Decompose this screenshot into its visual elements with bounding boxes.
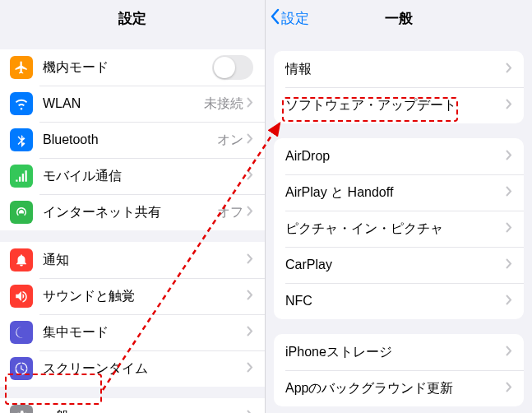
chevron-right-icon bbox=[247, 409, 253, 413]
chevron-right-icon bbox=[247, 325, 253, 340]
left-header: 設定 bbox=[0, 0, 265, 36]
row-label: インターネット共有 bbox=[43, 204, 217, 221]
row-label: AirPlay と Handoff bbox=[285, 184, 506, 202]
settings-row-wifi[interactable]: WLAN未接続 bbox=[0, 86, 265, 122]
right-title: 一般 bbox=[385, 9, 413, 28]
chevron-right-icon bbox=[247, 289, 253, 304]
row-detail: オン bbox=[217, 132, 243, 149]
chevron-right-icon bbox=[506, 381, 512, 396]
general-group: AirDropAirPlay と Handoffピクチャ・イン・ピクチャCarP… bbox=[274, 138, 524, 319]
chevron-right-icon bbox=[247, 169, 253, 183]
chevron-right-icon bbox=[506, 345, 512, 360]
chevron-right-icon bbox=[247, 96, 253, 111]
row-label: NFC bbox=[285, 294, 506, 309]
settings-row-general[interactable]: 一般 bbox=[0, 398, 265, 413]
row-label: ソフトウェア・アップデート bbox=[285, 97, 506, 114]
chevron-left-icon bbox=[271, 8, 280, 28]
row-label: Bluetooth bbox=[43, 132, 217, 147]
row-label: 集中モード bbox=[43, 324, 247, 341]
wifi-icon bbox=[10, 92, 33, 115]
cellular-icon bbox=[10, 165, 33, 188]
settings-group: 機内モードWLAN未接続Bluetoothオンモバイル通信インターネット共有オフ bbox=[0, 49, 265, 230]
notifications-icon bbox=[10, 248, 33, 271]
settings-group: 通知サウンドと触覚集中モードスクリーンタイム bbox=[0, 242, 265, 387]
toggle-switch[interactable] bbox=[212, 55, 253, 80]
general-row[interactable]: AirPlay と Handoff bbox=[274, 174, 524, 211]
row-label: Appのバックグラウンド更新 bbox=[285, 380, 506, 397]
general-row[interactable]: iPhoneストレージ bbox=[274, 334, 524, 370]
sounds-icon bbox=[10, 285, 33, 308]
row-label: サウンドと触覚 bbox=[43, 288, 247, 305]
settings-row-sounds[interactable]: サウンドと触覚 bbox=[0, 278, 265, 314]
row-label: 情報 bbox=[285, 61, 506, 78]
chevron-right-icon bbox=[247, 132, 253, 147]
settings-row-notifications[interactable]: 通知 bbox=[0, 242, 265, 278]
general-group: iPhoneストレージAppのバックグラウンド更新 bbox=[274, 334, 524, 406]
airplane-icon bbox=[10, 56, 33, 79]
general-row[interactable]: NFC bbox=[274, 283, 524, 319]
back-button[interactable]: 設定 bbox=[271, 0, 309, 36]
general-row[interactable]: AirDrop bbox=[274, 138, 524, 174]
settings-group: 一般 bbox=[0, 398, 265, 413]
settings-row-cellular[interactable]: モバイル通信 bbox=[0, 158, 265, 194]
settings-row-screentime[interactable]: スクリーンタイム bbox=[0, 350, 265, 387]
row-label: 通知 bbox=[43, 252, 247, 269]
chevron-right-icon bbox=[506, 221, 512, 236]
row-label: 機内モード bbox=[43, 59, 212, 77]
row-detail: オフ bbox=[217, 204, 243, 221]
settings-row-hotspot[interactable]: インターネット共有オフ bbox=[0, 194, 265, 230]
general-row[interactable]: CarPlay bbox=[274, 247, 524, 283]
settings-root-panel: 設定 機内モードWLAN未接続Bluetoothオンモバイル通信インターネット共… bbox=[0, 0, 266, 413]
left-title: 設定 bbox=[118, 9, 146, 28]
row-detail: 未接続 bbox=[204, 95, 243, 113]
general-icon bbox=[10, 405, 33, 413]
row-label: スクリーンタイム bbox=[43, 360, 247, 378]
chevron-right-icon bbox=[506, 185, 512, 200]
general-row[interactable]: ソフトウェア・アップデート bbox=[274, 87, 524, 123]
general-row[interactable]: 情報 bbox=[274, 51, 524, 87]
chevron-right-icon bbox=[247, 253, 253, 267]
general-row[interactable]: ピクチャ・イン・ピクチャ bbox=[274, 211, 524, 247]
chevron-right-icon bbox=[506, 98, 512, 113]
back-label: 設定 bbox=[281, 9, 309, 28]
chevron-right-icon bbox=[247, 361, 253, 376]
chevron-right-icon bbox=[506, 258, 512, 272]
row-label: AirDrop bbox=[285, 149, 506, 164]
row-label: CarPlay bbox=[285, 258, 506, 272]
chevron-right-icon bbox=[506, 62, 512, 77]
general-group: 情報ソフトウェア・アップデート bbox=[274, 51, 524, 123]
settings-row-focus[interactable]: 集中モード bbox=[0, 314, 265, 350]
screentime-icon bbox=[10, 357, 33, 380]
general-detail-panel: 設定 一般 情報ソフトウェア・アップデートAirDropAirPlay と Ha… bbox=[266, 0, 532, 413]
bluetooth-icon bbox=[10, 128, 33, 151]
settings-row-airplane[interactable]: 機内モード bbox=[0, 49, 265, 86]
row-label: WLAN bbox=[43, 96, 204, 111]
right-header: 設定 一般 bbox=[266, 0, 532, 36]
chevron-right-icon bbox=[506, 294, 512, 309]
settings-row-bluetooth[interactable]: Bluetoothオン bbox=[0, 122, 265, 158]
chevron-right-icon bbox=[506, 149, 512, 164]
row-label: ピクチャ・イン・ピクチャ bbox=[285, 220, 506, 238]
row-label: iPhoneストレージ bbox=[285, 344, 506, 361]
hotspot-icon bbox=[10, 201, 33, 224]
general-row[interactable]: Appのバックグラウンド更新 bbox=[274, 370, 524, 406]
row-label: 一般 bbox=[43, 408, 247, 414]
chevron-right-icon bbox=[247, 205, 253, 220]
row-label: モバイル通信 bbox=[43, 168, 247, 185]
focus-icon bbox=[10, 321, 33, 344]
